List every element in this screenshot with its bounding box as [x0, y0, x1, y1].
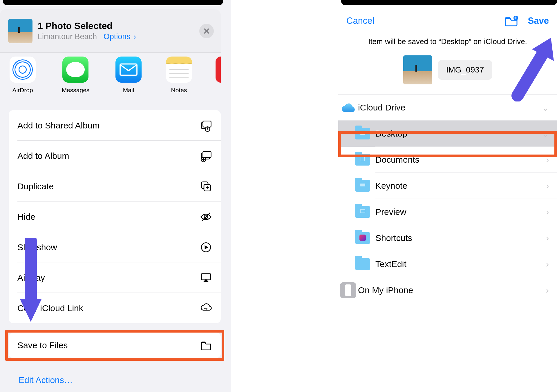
action-add-shared-album[interactable]: Add to Shared Album [9, 110, 221, 141]
location-label: Keynote [375, 181, 546, 191]
location-keynote[interactable]: Keynote › [338, 173, 557, 199]
app-label: AirDrop [12, 87, 33, 94]
status-bar-shadow [3, 0, 223, 5]
save-caption: Item will be saved to “Desktop” on iClou… [338, 37, 557, 46]
action-label: Duplicate [17, 182, 54, 191]
iphone-icon [340, 282, 356, 298]
app-messages[interactable]: Messages [59, 57, 92, 94]
location-on-my-iphone[interactable]: On My iPhone › [338, 277, 557, 303]
save-button[interactable]: Save [528, 16, 549, 26]
share-sheet-panel: 1 Photo Selected Limantour Beach Options… [0, 0, 231, 392]
action-label: Hide [17, 212, 35, 222]
app-label: Messages [62, 87, 90, 94]
play-icon [200, 241, 212, 253]
messages-icon [62, 57, 88, 83]
file-thumbnail [403, 55, 432, 84]
share-title-block: 1 Photo Selected Limantour Beach Options… [38, 21, 136, 41]
svg-rect-6 [203, 151, 211, 157]
duplicate-icon [200, 180, 212, 193]
save-to-files-card: Save to Files [9, 333, 221, 358]
chevron-right-icon: › [133, 32, 136, 41]
icloud-icon [341, 103, 355, 112]
share-options-link[interactable]: Options [104, 32, 131, 41]
close-icon [203, 28, 210, 35]
file-preview: IMG_0937 [338, 55, 557, 84]
cloud-link-icon [200, 302, 212, 314]
app-label: Notes [171, 87, 187, 94]
nav-bar: Cancel Save [338, 8, 557, 30]
action-add-album[interactable]: Add to Album [9, 141, 221, 171]
svg-rect-0 [120, 64, 137, 75]
action-label: Slideshow [17, 242, 57, 252]
app-peek-icon [216, 57, 221, 83]
edit-actions-link[interactable]: Edit Actions… [19, 375, 73, 385]
new-folder-button[interactable] [504, 15, 518, 27]
folder-icon [355, 180, 370, 192]
hide-icon [200, 211, 212, 223]
action-label: AirPlay [17, 273, 45, 283]
svg-rect-2 [203, 121, 211, 127]
action-save-to-files[interactable]: Save to Files [9, 333, 221, 358]
app-notes[interactable]: Notes [165, 57, 193, 94]
location-label: On My iPhone [358, 285, 546, 295]
cancel-button[interactable]: Cancel [346, 16, 375, 26]
share-subtitle: Limantour Beach Options › [38, 32, 136, 41]
album-icon [200, 150, 212, 162]
airplay-icon [200, 272, 212, 284]
location-preview[interactable]: Preview › [338, 199, 557, 225]
share-thumbnail [8, 19, 32, 43]
chevron-right-icon: › [546, 259, 549, 269]
new-folder-icon [504, 15, 518, 27]
folder-icon [355, 258, 370, 270]
app-label: Mail [123, 87, 134, 94]
status-bar-shadow [341, 0, 557, 5]
chevron-down-icon: ⌄ [542, 103, 549, 113]
action-label: Save to Files [17, 340, 68, 350]
share-app-row[interactable]: AirDrop Messages Mail Notes [0, 54, 221, 102]
location-documents[interactable]: Documents › [338, 147, 557, 173]
svg-point-4 [207, 127, 208, 129]
close-button[interactable] [199, 24, 214, 38]
app-airdrop[interactable]: AirDrop [9, 57, 37, 94]
save-to-files-panel: Cancel Save Item will be saved to “Deskt… [328, 0, 557, 392]
folder-icon [355, 206, 370, 218]
location-list: iCloud Drive ⌄ Desktop ⌄ Documents › Key… [338, 94, 557, 303]
chevron-right-icon: › [546, 155, 549, 165]
folder-icon [200, 339, 212, 351]
location-shortcuts[interactable]: Shortcuts › [338, 225, 557, 251]
action-hide[interactable]: Hide [9, 202, 221, 232]
location-label: iCloud Drive [358, 103, 542, 112]
location-label: Desktop [375, 129, 542, 139]
chevron-right-icon: › [546, 285, 549, 295]
notes-icon [166, 57, 192, 83]
action-airplay[interactable]: AirPlay [9, 262, 221, 293]
folder-icon [355, 128, 370, 139]
action-copy-icloud-link[interactable]: Copy iCloud Link [9, 293, 221, 323]
location-textedit[interactable]: TextEdit › [338, 251, 557, 277]
location-label: Documents [375, 155, 546, 165]
folder-icon [355, 154, 370, 166]
chevron-down-icon: ⌄ [542, 129, 549, 139]
filename-field[interactable]: IMG_0937 [438, 60, 492, 80]
action-label: Add to Shared Album [17, 121, 100, 130]
airdrop-icon [10, 57, 36, 83]
location-desktop[interactable]: Desktop ⌄ [338, 121, 557, 147]
action-duplicate[interactable]: Duplicate [9, 171, 221, 202]
files-sheet: Cancel Save Item will be saved to “Deskt… [338, 8, 557, 392]
action-label: Copy iCloud Link [17, 303, 83, 313]
location-icloud-drive[interactable]: iCloud Drive ⌄ [338, 95, 557, 121]
chevron-right-icon: › [546, 233, 549, 243]
share-location: Limantour Beach [38, 32, 97, 41]
chevron-right-icon: › [546, 181, 549, 191]
action-label: Add to Album [17, 151, 69, 161]
folder-icon [355, 232, 370, 244]
location-label: Preview [375, 207, 546, 217]
mail-icon [115, 57, 142, 83]
location-label: TextEdit [375, 259, 546, 269]
chevron-right-icon: › [546, 207, 549, 217]
share-title: 1 Photo Selected [38, 21, 136, 31]
shared-album-icon [200, 119, 212, 132]
action-slideshow[interactable]: Slideshow [9, 232, 221, 262]
app-mail[interactable]: Mail [115, 57, 142, 94]
app-more-peek[interactable] [216, 57, 221, 83]
